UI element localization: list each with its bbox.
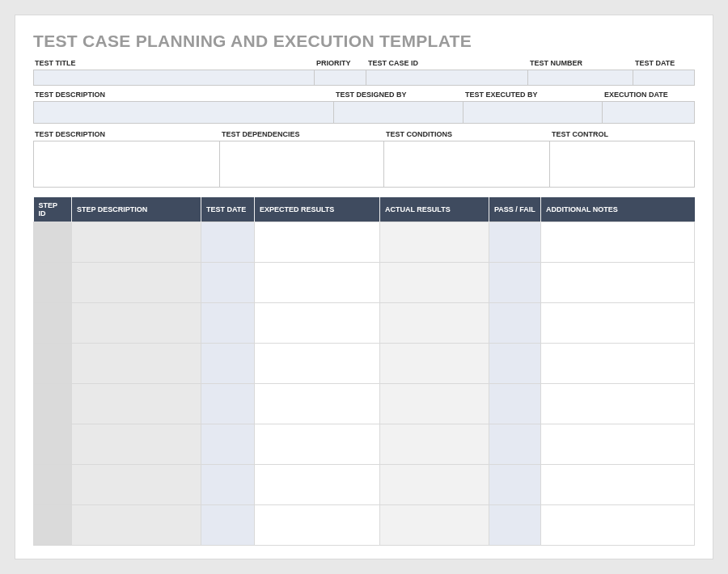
control-block: TEST CONTROL	[550, 129, 695, 188]
pass-fail-cell[interactable]	[489, 263, 541, 303]
meta-row-2: TEST DESCRIPTION TEST DESIGNED BY TEST E…	[33, 89, 695, 124]
description-block: TEST DESCRIPTION	[33, 89, 334, 124]
step-description-cell[interactable]	[72, 303, 201, 344]
notes-cell[interactable]	[541, 424, 695, 465]
step-test-date-cell[interactable]	[201, 384, 255, 424]
notes-cell[interactable]	[541, 384, 695, 424]
dependencies-input[interactable]	[220, 141, 384, 188]
description2-block: TEST DESCRIPTION	[33, 129, 220, 188]
step-id-cell[interactable]	[34, 222, 72, 263]
step-id-cell[interactable]	[34, 384, 72, 424]
execution-date-label: EXECUTION DATE	[603, 89, 695, 101]
notes-cell[interactable]	[541, 222, 695, 263]
expected-cell[interactable]	[255, 303, 380, 344]
step-description-cell[interactable]	[72, 465, 201, 505]
test-date-block: TEST DATE	[633, 57, 695, 86]
step-test-date-cell[interactable]	[201, 303, 255, 344]
priority-block: PRIORITY	[315, 57, 366, 86]
step-description-cell[interactable]	[72, 263, 201, 303]
step-id-cell[interactable]	[34, 505, 72, 546]
executed-by-block: TEST EXECUTED BY	[463, 89, 603, 124]
notes-cell[interactable]	[541, 505, 695, 546]
step-test-date-cell[interactable]	[201, 222, 255, 263]
test-case-id-label: TEST CASE ID	[366, 57, 528, 70]
step-id-cell[interactable]	[34, 303, 72, 344]
notes-cell[interactable]	[541, 465, 695, 505]
step-test-date-cell[interactable]	[201, 465, 255, 505]
priority-label: PRIORITY	[315, 57, 366, 70]
actual-cell[interactable]	[380, 344, 489, 384]
expected-cell[interactable]	[255, 465, 380, 505]
execution-date-input[interactable]	[603, 101, 695, 124]
control-input[interactable]	[550, 141, 695, 188]
expected-cell[interactable]	[255, 222, 380, 263]
notes-cell[interactable]	[541, 303, 695, 344]
expected-cell[interactable]	[255, 384, 380, 424]
pass-fail-cell[interactable]	[489, 222, 541, 263]
designed-by-label: TEST DESIGNED BY	[334, 89, 463, 101]
step-test-date-cell[interactable]	[201, 344, 255, 384]
pass-fail-cell[interactable]	[489, 384, 541, 424]
pass-fail-cell[interactable]	[489, 465, 541, 505]
dependencies-block: TEST DEPENDENCIES	[220, 129, 384, 188]
actual-cell[interactable]	[380, 465, 489, 505]
actual-cell[interactable]	[380, 424, 489, 465]
expected-cell[interactable]	[255, 505, 380, 546]
test-number-input[interactable]	[528, 70, 633, 86]
page-title: TEST CASE PLANNING AND EXECUTION TEMPLAT…	[33, 32, 695, 51]
pass-fail-cell[interactable]	[489, 424, 541, 465]
step-id-cell[interactable]	[34, 424, 72, 465]
step-description-cell[interactable]	[72, 505, 201, 546]
pass-fail-cell[interactable]	[489, 303, 541, 344]
actual-cell[interactable]	[380, 263, 489, 303]
step-id-cell[interactable]	[34, 465, 72, 505]
table-row	[34, 384, 695, 424]
col-notes: ADDITIONAL NOTES	[541, 197, 695, 222]
step-test-date-cell[interactable]	[201, 263, 255, 303]
notes-cell[interactable]	[541, 344, 695, 384]
step-description-cell[interactable]	[72, 384, 201, 424]
pass-fail-cell[interactable]	[489, 344, 541, 384]
test-date-label: TEST DATE	[633, 57, 695, 70]
expected-cell[interactable]	[255, 424, 380, 465]
test-date-input[interactable]	[633, 70, 695, 86]
test-number-label: TEST NUMBER	[528, 57, 633, 70]
table-row	[34, 465, 695, 505]
table-row	[34, 222, 695, 263]
description2-input[interactable]	[33, 141, 220, 188]
pass-fail-cell[interactable]	[489, 505, 541, 546]
executed-by-input[interactable]	[463, 101, 603, 124]
step-id-cell[interactable]	[34, 344, 72, 384]
conditions-label: TEST CONDITIONS	[384, 129, 550, 141]
actual-cell[interactable]	[380, 505, 489, 546]
meta-row-1: TEST TITLE PRIORITY TEST CASE ID TEST NU…	[33, 57, 695, 86]
designed-by-input[interactable]	[334, 101, 463, 124]
step-description-cell[interactable]	[72, 424, 201, 465]
step-test-date-cell[interactable]	[201, 424, 255, 465]
table-row	[34, 505, 695, 546]
actual-cell[interactable]	[380, 222, 489, 263]
description-input[interactable]	[33, 101, 334, 124]
priority-input[interactable]	[315, 70, 366, 86]
meta-row-3: TEST DESCRIPTION TEST DEPENDENCIES TEST …	[33, 129, 695, 188]
executed-by-label: TEST EXECUTED BY	[463, 89, 603, 101]
step-description-cell[interactable]	[72, 222, 201, 263]
notes-cell[interactable]	[541, 263, 695, 303]
table-row	[34, 424, 695, 465]
dependencies-label: TEST DEPENDENCIES	[220, 129, 384, 141]
test-case-id-input[interactable]	[366, 70, 528, 86]
test-title-input[interactable]	[33, 70, 315, 86]
col-step-description: STEP DESCRIPTION	[72, 197, 201, 222]
expected-cell[interactable]	[255, 344, 380, 384]
actual-cell[interactable]	[380, 303, 489, 344]
expected-cell[interactable]	[255, 263, 380, 303]
test-title-label: TEST TITLE	[33, 57, 315, 70]
step-id-cell[interactable]	[34, 263, 72, 303]
test-case-id-block: TEST CASE ID	[366, 57, 528, 86]
step-description-cell[interactable]	[72, 344, 201, 384]
description2-label: TEST DESCRIPTION	[33, 129, 220, 141]
actual-cell[interactable]	[380, 384, 489, 424]
step-test-date-cell[interactable]	[201, 505, 255, 546]
table-row	[34, 344, 695, 384]
conditions-input[interactable]	[384, 141, 550, 188]
